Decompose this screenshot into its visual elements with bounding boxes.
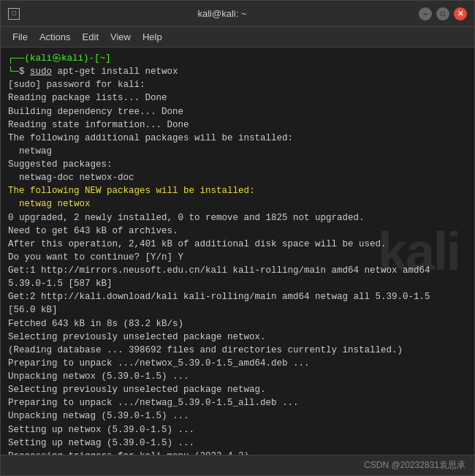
menu-edit[interactable]: Edit — [77, 30, 104, 44]
titlebar: □ kali@kali: ~ – □ ✕ — [1, 1, 474, 27]
minimize-button[interactable]: – — [419, 7, 432, 20]
titlebar-left: □ — [8, 8, 26, 20]
menubar: File Actions Edit View Help — [1, 27, 474, 48]
maximize-button[interactable]: □ — [436, 7, 449, 20]
csdn-watermark: CSDN @20232831袁思承 — [364, 459, 466, 472]
terminal-output: ┌──(kali㉿kali)-[~] └─$ sudo apt-get inst… — [8, 52, 467, 455]
close-button[interactable]: ✕ — [454, 7, 467, 20]
bottom-bar: CSDN @20232831袁思承 — [1, 455, 474, 475]
terminal-content[interactable]: kali ┌──(kali㉿kali)-[~] └─$ sudo apt-get… — [1, 48, 474, 455]
window-icon: □ — [8, 8, 20, 20]
menu-view[interactable]: View — [104, 30, 137, 44]
menu-help[interactable]: Help — [137, 30, 168, 44]
titlebar-title: kali@kali: ~ — [197, 8, 246, 19]
menu-file[interactable]: File — [7, 30, 34, 44]
menu-actions[interactable]: Actions — [34, 30, 77, 44]
titlebar-controls: – □ ✕ — [419, 7, 467, 20]
terminal-window: □ kali@kali: ~ – □ ✕ File Actions Edit V… — [0, 0, 475, 476]
